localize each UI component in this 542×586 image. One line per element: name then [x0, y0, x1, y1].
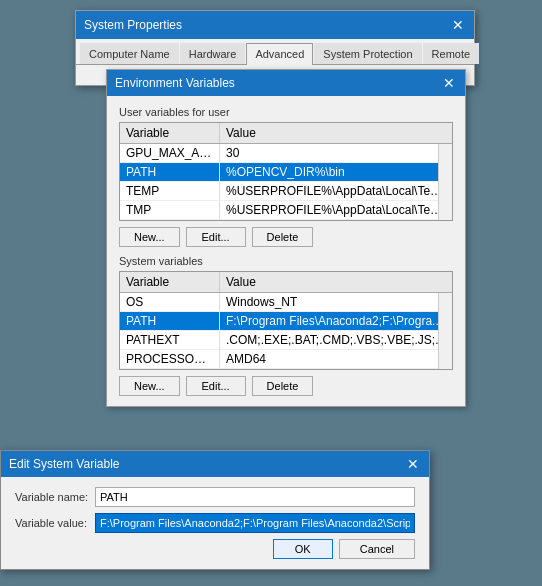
- env-vars-dialog: Environment Variables ✕ User variables f…: [106, 69, 466, 407]
- user-val-col-header: Value: [220, 123, 452, 143]
- system-props-titlebar: System Properties ✕: [76, 11, 474, 39]
- env-vars-close[interactable]: ✕: [441, 75, 457, 91]
- table-row[interactable]: PATH F:\Program Files\Anaconda2;F:\Progr…: [120, 312, 452, 331]
- system-props-close[interactable]: ✕: [450, 17, 466, 33]
- edit-cancel-button[interactable]: Cancel: [339, 539, 415, 559]
- var-name-label: Variable name:: [15, 491, 95, 503]
- system-vars-label: System variables: [119, 255, 453, 267]
- tab-hardware[interactable]: Hardware: [180, 43, 246, 64]
- edit-ok-button[interactable]: OK: [273, 539, 333, 559]
- system-edit-button[interactable]: Edit...: [186, 376, 246, 396]
- sys-var-col-header: Variable: [120, 272, 220, 292]
- user-vars-header: Variable Value: [120, 123, 452, 144]
- var-value: Windows_NT: [220, 293, 452, 311]
- var-name: OS: [120, 293, 220, 311]
- sys-val-col-header: Value: [220, 272, 452, 292]
- var-name: PATHEXT: [120, 331, 220, 349]
- edit-btn-row: OK Cancel: [15, 539, 415, 559]
- var-name: TMP: [120, 201, 220, 219]
- user-var-col-header: Variable: [120, 123, 220, 143]
- tab-system-protection[interactable]: System Protection: [314, 43, 421, 64]
- tabs-bar: Computer Name Hardware Advanced System P…: [76, 39, 474, 65]
- user-delete-button[interactable]: Delete: [252, 227, 314, 247]
- tab-computer-name[interactable]: Computer Name: [80, 43, 179, 64]
- user-scrollbar[interactable]: [438, 144, 452, 220]
- system-vars-body: OS Windows_NT PATH F:\Program Files\Anac…: [120, 293, 452, 369]
- user-vars-body: GPU_MAX_ALLO... 30 PATH %OPENCV_DIR%\bin…: [120, 144, 452, 220]
- edit-var-close[interactable]: ✕: [405, 456, 421, 472]
- system-new-button[interactable]: New...: [119, 376, 180, 396]
- table-row[interactable]: PATHEXT .COM;.EXE;.BAT;.CMD;.VBS;.VBE;.J…: [120, 331, 452, 350]
- table-row[interactable]: PROCESSOR_A... AMD64: [120, 350, 452, 369]
- user-edit-button[interactable]: Edit...: [186, 227, 246, 247]
- edit-var-titlebar: Edit System Variable ✕: [1, 451, 429, 477]
- env-vars-title: Environment Variables: [115, 76, 235, 90]
- var-value-input[interactable]: [95, 513, 415, 533]
- var-name: TEMP: [120, 182, 220, 200]
- tab-remote[interactable]: Remote: [423, 43, 480, 64]
- var-name: PROCESSOR_A...: [120, 350, 220, 368]
- edit-var-content: Variable name: Variable value: OK Cancel: [1, 477, 429, 569]
- env-vars-titlebar: Environment Variables ✕: [107, 70, 465, 96]
- table-row[interactable]: OS Windows_NT: [120, 293, 452, 312]
- user-vars-label: User variables for user: [119, 106, 453, 118]
- var-value: 30: [220, 144, 452, 162]
- edit-var-dialog: Edit System Variable ✕ Variable name: Va…: [0, 450, 430, 570]
- system-props-window: System Properties ✕ Computer Name Hardwa…: [75, 10, 475, 86]
- table-row[interactable]: GPU_MAX_ALLO... 30: [120, 144, 452, 163]
- var-value: AMD64: [220, 350, 452, 368]
- system-btn-row: New... Edit... Delete: [119, 376, 453, 396]
- system-vars-header: Variable Value: [120, 272, 452, 293]
- system-delete-button[interactable]: Delete: [252, 376, 314, 396]
- var-name-row: Variable name:: [15, 487, 415, 507]
- table-row[interactable]: PATH %OPENCV_DIR%\bin: [120, 163, 452, 182]
- var-name-input[interactable]: [95, 487, 415, 507]
- system-vars-table-wrapper: Variable Value OS Windows_NT PATH F:\Pro…: [119, 271, 453, 370]
- tab-advanced[interactable]: Advanced: [246, 43, 313, 65]
- user-vars-table-wrapper: Variable Value GPU_MAX_ALLO... 30 PATH %…: [119, 122, 453, 221]
- var-value-row: Variable value:: [15, 513, 415, 533]
- system-props-title: System Properties: [84, 18, 182, 32]
- var-value-label: Variable value:: [15, 517, 95, 529]
- var-name: GPU_MAX_ALLO...: [120, 144, 220, 162]
- var-value: .COM;.EXE;.BAT;.CMD;.VBS;.VBE;.JS;...: [220, 331, 452, 349]
- var-value: %USERPROFILE%\AppData\Local\Temp: [220, 201, 452, 219]
- var-value: F:\Program Files\Anaconda2;F:\Progra...: [220, 312, 452, 330]
- table-row[interactable]: TEMP %USERPROFILE%\AppData\Local\Temp: [120, 182, 452, 201]
- system-scrollbar[interactable]: [438, 293, 452, 369]
- edit-var-title: Edit System Variable: [9, 457, 120, 471]
- var-value: %OPENCV_DIR%\bin: [220, 163, 452, 181]
- var-value: %USERPROFILE%\AppData\Local\Temp: [220, 182, 452, 200]
- user-new-button[interactable]: New...: [119, 227, 180, 247]
- var-name: PATH: [120, 163, 220, 181]
- var-name: PATH: [120, 312, 220, 330]
- table-row[interactable]: TMP %USERPROFILE%\AppData\Local\Temp: [120, 201, 452, 220]
- user-btn-row: New... Edit... Delete: [119, 227, 453, 247]
- env-vars-content: User variables for user Variable Value G…: [107, 96, 465, 406]
